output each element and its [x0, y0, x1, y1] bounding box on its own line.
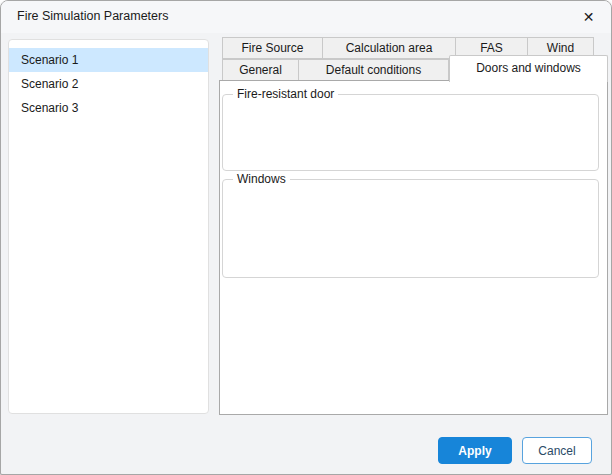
- list-item-scenario-2[interactable]: Scenario 2: [9, 72, 208, 96]
- tab-doors-and-windows[interactable]: Doors and windows: [449, 55, 608, 82]
- close-icon[interactable]: ✕: [566, 1, 611, 33]
- tab-default-conditions[interactable]: Default conditions: [298, 59, 449, 81]
- cancel-button[interactable]: Cancel: [522, 437, 592, 464]
- title-bar: Fire Simulation Parameters ✕: [1, 1, 611, 33]
- list-item-scenario-3[interactable]: Scenario 3: [9, 96, 208, 120]
- list-item-scenario-1[interactable]: Scenario 1: [9, 48, 208, 72]
- scenario-listbox: Scenario 1 Scenario 2 Scenario 3: [8, 39, 209, 414]
- fire-resistant-door-group: Fire-resistant door: [222, 94, 599, 171]
- tab-calculation-area[interactable]: Calculation area: [322, 37, 456, 59]
- tab-fire-source[interactable]: Fire Source: [222, 37, 323, 59]
- tab-general[interactable]: General: [222, 59, 299, 81]
- windows-group: Windows: [222, 179, 599, 278]
- window-title: Fire Simulation Parameters: [17, 9, 168, 23]
- fire-simulation-parameters-dialog: Fire Simulation Parameters ✕ Scenario 1 …: [0, 0, 612, 475]
- apply-button[interactable]: Apply: [438, 437, 512, 464]
- fire-resistant-door-group-title: Fire-resistant door: [233, 87, 338, 101]
- windows-group-title: Windows: [233, 172, 290, 186]
